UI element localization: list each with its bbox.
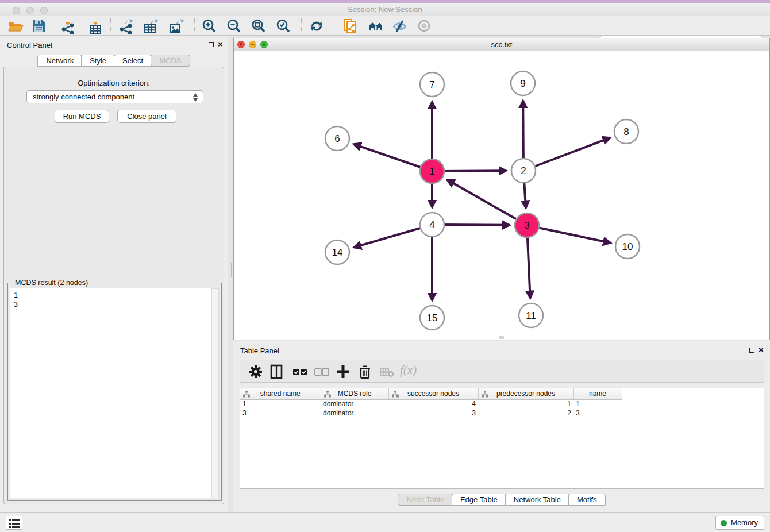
table-settings-gear-icon[interactable]: [248, 364, 264, 379]
graph-edge-2-8[interactable]: [523, 138, 610, 171]
zoom-out-icon[interactable]: [225, 18, 242, 34]
column-header-mcds-role[interactable]: MCDS role: [321, 388, 388, 399]
splitter-grip[interactable]: [229, 263, 232, 277]
tab-motifs[interactable]: Motifs: [568, 494, 606, 506]
float-panel-icon[interactable]: [209, 42, 214, 47]
control-panel-header: Control Panel ×: [0, 36, 228, 53]
import-table-icon[interactable]: [86, 18, 103, 34]
graph-node-label-7: 7: [429, 79, 434, 90]
network-canvas[interactable]: 7968124314101511: [234, 51, 769, 340]
eye-disabled-icon: [416, 18, 433, 34]
close-table-panel-icon[interactable]: ×: [759, 345, 764, 354]
export-table-icon[interactable]: [142, 18, 159, 34]
graph-node-label-1: 1: [429, 166, 434, 177]
control-panel-title: Control Panel: [7, 41, 52, 49]
application-window: Session: New Session: [0, 0, 770, 532]
close-panel-button[interactable]: Close panel: [117, 110, 176, 123]
table-panel-title: Table Panel: [240, 346, 279, 355]
network-window-title: scc.txt: [234, 40, 769, 49]
graph-node-label-14: 14: [332, 247, 343, 258]
control-panel-tabs: NetworkStyleSelectMCDS: [0, 55, 228, 67]
hide-eye-icon[interactable]: [391, 18, 408, 34]
graph-edge-3-1[interactable]: [447, 180, 527, 225]
panel-splitter[interactable]: [228, 36, 233, 512]
table-row[interactable]: 1 dominator 4 1 1: [240, 399, 622, 408]
task-history-button[interactable]: [6, 516, 22, 530]
selected-option-label: strongly connected component: [33, 92, 134, 101]
zoom-selected-icon[interactable]: [275, 18, 292, 34]
status-bar: Memory: [0, 512, 770, 532]
memory-status-dot: [721, 520, 727, 526]
table-row[interactable]: 3 dominator 3 2 3: [240, 408, 622, 418]
tab-select[interactable]: Select: [114, 55, 152, 67]
graph-node-label-6: 6: [334, 133, 340, 144]
import-network-icon[interactable]: [60, 18, 77, 34]
memory-button[interactable]: Memory: [715, 516, 764, 530]
home-networks-icon[interactable]: [367, 18, 384, 34]
tab-style[interactable]: Style: [81, 55, 115, 67]
column-header-shared-name[interactable]: shared name: [240, 388, 321, 399]
export-image-icon[interactable]: [167, 18, 184, 34]
column-selector-icon[interactable]: [269, 364, 285, 379]
select-stepper-icon: [192, 92, 198, 106]
result-scrollbar[interactable]: [211, 288, 219, 498]
network-graph[interactable]: 7968124314101511: [234, 51, 769, 340]
float-table-panel-icon[interactable]: [749, 348, 754, 353]
toolbar-separator: [301, 18, 302, 33]
graph-node-label-11: 11: [526, 310, 536, 321]
select-all-rows-icon[interactable]: [292, 364, 308, 379]
network-resize-grip[interactable]: [499, 336, 504, 339]
graph-edge-3-10[interactable]: [527, 225, 611, 243]
zoom-in-icon[interactable]: [201, 18, 218, 34]
delete-table-icon-disabled: [379, 364, 395, 379]
node-table[interactable]: shared name MCDS role successor nodes: [240, 388, 764, 489]
table-tabs: Node TableEdge TableNetwork TableMotifs: [233, 494, 770, 506]
toolbar-separator: [194, 18, 195, 33]
tab-mcds[interactable]: MCDS: [151, 55, 190, 67]
run-mcds-button[interactable]: Run MCDS: [55, 110, 109, 123]
mcds-result-group: MCDS result (2 nodes) 1 3: [7, 283, 222, 501]
table-toolbar: f(x): [240, 360, 764, 383]
window-title: Session: New Session: [0, 5, 770, 14]
mcds-tab-content: Optimization criterion: strongly connect…: [3, 67, 224, 504]
mcds-result-text[interactable]: 1 3: [10, 288, 211, 498]
tab-node-table[interactable]: Node Table: [398, 494, 453, 506]
table-panel: Table Panel ×: [233, 341, 770, 512]
titlebar[interactable]: Session: New Session: [0, 3, 770, 16]
optimization-criterion-select[interactable]: strongly connected component: [26, 90, 203, 103]
toolbar-separator: [336, 18, 336, 33]
optimization-criterion-label: Optimization criterion:: [4, 79, 224, 87]
tab-edge-table[interactable]: Edge Table: [452, 494, 506, 506]
toolbar-separator: [110, 18, 111, 33]
graph-node-label-4: 4: [429, 219, 434, 230]
mcds-result-title: MCDS result (2 nodes): [13, 279, 90, 287]
table-panel-header: Table Panel ×: [233, 341, 770, 358]
control-panel: Control Panel × NetworkStyleSelectMCDS O…: [0, 36, 228, 512]
graph-node-label-2: 2: [521, 165, 526, 176]
export-network-icon[interactable]: [117, 18, 134, 34]
function-builder-icon: f(x): [400, 363, 417, 377]
close-panel-icon[interactable]: ×: [218, 39, 223, 49]
main-toolbar: [0, 16, 770, 36]
column-header-predecessor-nodes[interactable]: predecessor nodes: [478, 388, 573, 399]
graph-node-label-3: 3: [524, 220, 529, 231]
clone-network-icon[interactable]: [341, 18, 359, 34]
deselect-all-rows-icon[interactable]: [314, 364, 330, 379]
tab-network-table[interactable]: Network Table: [505, 494, 569, 506]
zoom-fit-icon[interactable]: [250, 18, 267, 34]
graph-node-label-10: 10: [622, 241, 633, 252]
save-icon[interactable]: [30, 18, 47, 34]
graph-node-label-15: 15: [427, 313, 438, 323]
column-header-name[interactable]: name: [573, 388, 622, 399]
network-view-window: × – + scc.txt 7968124314101511: [233, 38, 770, 340]
open-folder-icon[interactable]: [7, 18, 24, 34]
column-header-successor-nodes[interactable]: successor nodes: [388, 388, 478, 399]
tab-network[interactable]: Network: [37, 55, 82, 67]
table-header-row: shared name MCDS role successor nodes: [240, 388, 622, 399]
add-column-icon[interactable]: [336, 364, 352, 379]
graph-node-label-9: 9: [520, 78, 525, 89]
delete-column-icon[interactable]: [357, 364, 374, 379]
refresh-icon[interactable]: [308, 18, 325, 34]
memory-label: Memory: [731, 518, 758, 527]
network-window-titlebar[interactable]: × – + scc.txt: [234, 38, 769, 51]
